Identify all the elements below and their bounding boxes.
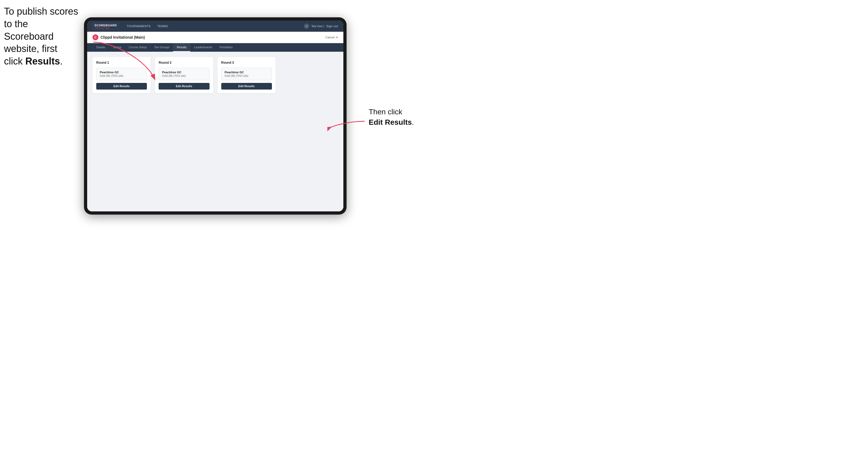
tournament-header: C Clippd Invitational (Main) Cancel ✕ [87,32,343,43]
empty-column [280,57,338,93]
tab-results[interactable]: Results [173,43,190,52]
tablet-frame: SCOREBOARD Powered by clippd TOURNAMENTS… [84,17,347,215]
tab-tee-groups[interactable]: Tee Groups [150,43,173,52]
round-2-card: Round 2 Peachtree GC Gold (M) (7010 yds)… [155,57,213,93]
nav-right: U Test User | Sign out [304,24,338,29]
round-3-title: Round 3 [221,61,272,64]
round-1-card: Round 1 Peachtree GC Gold (M) (7010 yds)… [93,57,151,93]
edit-results-btn-3[interactable]: Edit Results [221,83,272,90]
edit-results-btn-1[interactable]: Edit Results [96,83,147,90]
instruction-right: Then click Edit Results. [369,106,427,127]
round-1-course-detail: Gold (M) (7010 yds) [100,74,144,77]
sub-nav: Details Teams Course Setup Tee Groups Re… [87,43,343,52]
tab-printables[interactable]: Printables [216,43,237,52]
round-1-course-name: Peachtree GC [100,71,144,74]
main-content: Round 1 Peachtree GC Gold (M) (7010 yds)… [87,52,343,211]
tab-details[interactable]: Details [93,43,109,52]
tournament-title: Clippd Invitational (Main) [100,35,145,39]
sign-out-link[interactable]: Sign out [326,25,338,28]
logo-text: SCOREBOARD [94,24,117,27]
round-2-course-detail: Gold (M) (7010 yds) [162,74,206,77]
nav-user-text: Test User | [311,25,324,28]
nav-teams[interactable]: TEAMS [157,25,168,28]
logo-area: SCOREBOARD Powered by clippd [93,23,119,30]
round-3-course-card: Peachtree GC Gold (M) (7010 yds) [221,68,272,80]
round-3-course-detail: Gold (M) (7010 yds) [225,74,269,77]
round-2-course-card: Peachtree GC Gold (M) (7010 yds) [159,68,209,80]
round-1-title: Round 1 [96,61,147,64]
round-1-course-card: Peachtree GC Gold (M) (7010 yds) [96,68,147,80]
round-3-card: Round 3 Peachtree GC Gold (M) (7010 yds)… [218,57,276,93]
round-2-title: Round 2 [159,61,209,64]
tournament-title-area: C Clippd Invitational (Main) [93,34,145,40]
tab-leaderboards[interactable]: Leaderboards [190,43,216,52]
top-nav: SCOREBOARD Powered by clippd TOURNAMENTS… [87,21,343,32]
round-2-course-name: Peachtree GC [162,71,206,74]
round-3-course-name: Peachtree GC [225,71,269,74]
user-avatar: U [304,24,309,29]
logo-box: SCOREBOARD Powered by clippd [93,23,119,30]
tab-course-setup[interactable]: Course Setup [125,43,150,52]
nav-links: TOURNAMENTS TEAMS [127,25,304,28]
nav-tournaments[interactable]: TOURNAMENTS [127,25,151,28]
logo-sub: Powered by clippd [94,27,117,29]
rounds-grid: Round 1 Peachtree GC Gold (M) (7010 yds)… [93,57,338,93]
instruction-left: To publish scores to the Scoreboard webs… [4,5,79,68]
tournament-icon: C [93,34,98,40]
cancel-button[interactable]: Cancel ✕ [326,36,338,39]
tab-teams[interactable]: Teams [109,43,125,52]
edit-results-btn-2[interactable]: Edit Results [159,83,209,90]
tablet-screen: SCOREBOARD Powered by clippd TOURNAMENTS… [87,21,343,211]
